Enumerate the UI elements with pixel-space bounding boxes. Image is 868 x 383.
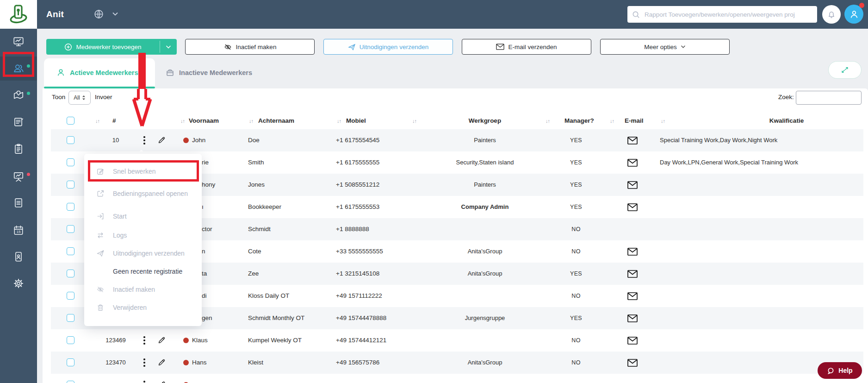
employee-number-cell: 123469: [92, 329, 140, 352]
row-menu-dots-icon[interactable]: [140, 380, 149, 383]
row-checkbox[interactable]: [67, 358, 74, 366]
menu-item-verwijderen[interactable]: Verwijderen: [84, 298, 202, 316]
menu-item-geen-recente-registratie[interactable]: Geen recente registratie: [84, 262, 202, 280]
row-checkbox[interactable]: [67, 247, 74, 255]
briefcase-icon: [166, 68, 174, 77]
column-header-mobile: Mobiel: [346, 113, 366, 129]
expand-table-button[interactable]: [828, 61, 862, 79]
page-title: Anit: [46, 0, 64, 29]
row-menu-dots-icon[interactable]: [140, 336, 149, 345]
select-all-checkbox[interactable]: [67, 117, 74, 125]
mobile-cell: +1 6175555553: [336, 196, 379, 218]
edit-pencil-icon[interactable]: [157, 358, 166, 367]
page-size-select[interactable]: All: [68, 91, 91, 105]
sort-icon[interactable]: ↓↑: [610, 113, 614, 129]
sort-icon[interactable]: ↓↑: [337, 113, 341, 129]
make-inactive-button[interactable]: Inactief maken: [185, 39, 315, 55]
menu-item-snel-bewerken[interactable]: Snel bewerken: [84, 162, 202, 181]
werkgroep-cell: Security,Staten island: [415, 151, 554, 174]
sidebar-item-device[interactable]: [0, 246, 37, 267]
row-menu-dots-icon[interactable]: [140, 358, 149, 367]
notifications-button[interactable]: [822, 5, 841, 24]
none: [96, 267, 105, 276]
row-checkbox[interactable]: [67, 181, 74, 188]
last-name-cell: Kumpel Weekly OT: [248, 329, 302, 352]
users-icon: [12, 62, 25, 74]
sort-icon[interactable]: ↓↑: [661, 113, 665, 129]
search-input[interactable]: [644, 11, 812, 19]
document-icon: [12, 197, 25, 209]
menu-item-start[interactable]: Start: [84, 207, 202, 226]
email-icon[interactable]: [627, 292, 638, 300]
sidebar-item-settings[interactable]: [0, 273, 37, 294]
table-row: 123469KlausKumpel Weekly OT+49 157444121…: [51, 329, 863, 352]
email-icon[interactable]: [627, 203, 638, 211]
werkgroep-cell: Jurgensgruppe: [415, 307, 554, 329]
sidebar-item-clipboard[interactable]: [0, 138, 37, 159]
first-name-cell: ta: [202, 263, 207, 285]
menu-item-uitnodigingen-verzenden[interactable]: Uitnodigingen verzenden: [84, 244, 202, 262]
menu-item-inactief-maken[interactable]: Inactief maken: [84, 280, 202, 298]
app-logo[interactable]: [0, 0, 37, 29]
edit-pencil-icon[interactable]: [157, 380, 166, 383]
row-checkbox[interactable]: [67, 158, 74, 166]
more-options-button[interactable]: Meer opties: [600, 39, 730, 55]
edit-pencil-icon[interactable]: [157, 336, 166, 345]
globe-icon[interactable]: [93, 9, 104, 19]
global-search: [627, 6, 817, 23]
logs-icon: [96, 231, 105, 239]
email-icon[interactable]: [627, 137, 638, 144]
map-route-icon: [12, 89, 25, 101]
edit-pencil-icon[interactable]: [157, 136, 166, 144]
row-menu-dots-icon[interactable]: [140, 136, 149, 145]
row-checkbox[interactable]: [67, 270, 74, 277]
sort-icon[interactable]: ↓↑: [546, 113, 550, 129]
sidebar-item-dashboard[interactable]: [0, 31, 37, 52]
email-icon[interactable]: [627, 159, 638, 167]
send-icon: [348, 43, 356, 51]
first-name-cell: Klaus: [183, 329, 208, 352]
top-bar: Anit: [0, 0, 868, 29]
row-checkbox[interactable]: [67, 292, 74, 300]
send-invitations-button[interactable]: Uitnodigingen verzenden: [323, 39, 453, 55]
chevron-down-icon[interactable]: [112, 12, 118, 16]
sidebar-item-map-route[interactable]: [0, 85, 37, 106]
sidebar-item-users[interactable]: [0, 57, 37, 79]
sidebar-item-document[interactable]: [0, 192, 37, 213]
mobile-cell: +49 1571112222: [336, 285, 382, 307]
tab-inactive-employees[interactable]: Inactieve Medewerkers: [166, 58, 252, 87]
menu-item-bedieningspaneel-openen[interactable]: Bedieningspaneel openen: [84, 181, 202, 207]
email-icon[interactable]: [627, 181, 638, 189]
news-icon: [12, 116, 25, 128]
sort-icon[interactable]: ↓↑: [180, 113, 185, 129]
sort-icon[interactable]: ↓↑: [249, 113, 253, 129]
row-checkbox[interactable]: [67, 203, 74, 211]
email-icon[interactable]: [627, 270, 638, 278]
menu-item-label: Start: [113, 212, 127, 221]
email-icon[interactable]: [627, 359, 638, 367]
sidebar-item-news[interactable]: [0, 111, 37, 132]
menu-item-logs[interactable]: Logs: [84, 226, 202, 244]
row-checkbox[interactable]: [67, 381, 74, 383]
help-label: Help: [838, 367, 852, 374]
row-checkbox[interactable]: [67, 336, 74, 344]
sort-icon[interactable]: ↓↑: [95, 113, 99, 129]
email-icon[interactable]: [627, 248, 638, 256]
column-header-werkgroep: Werkgroep: [415, 113, 554, 129]
send-email-button[interactable]: E-mail verzenden: [462, 39, 591, 55]
mobile-cell: +1 5085551212: [336, 174, 379, 196]
email-icon[interactable]: [627, 314, 638, 322]
last-name-cell: Bookkeeper: [248, 196, 281, 218]
email-icon[interactable]: [627, 337, 638, 345]
help-button[interactable]: Help: [818, 362, 862, 379]
table-search-input[interactable]: [796, 91, 862, 105]
row-checkbox[interactable]: [67, 314, 74, 322]
sidebar-item-calendar-15[interactable]: 15: [0, 220, 37, 241]
add-employee-button[interactable]: Medewerker toevoegen: [46, 39, 177, 55]
row-checkbox[interactable]: [67, 225, 74, 233]
add-employee-dropdown[interactable]: [160, 39, 177, 55]
sidebar-item-presentation-chart[interactable]: [0, 166, 37, 187]
tab-active-employees[interactable]: Actieve Medewerkers: [56, 58, 138, 87]
werkgroep-cell: Painters: [415, 174, 554, 196]
row-checkbox[interactable]: [67, 136, 74, 144]
